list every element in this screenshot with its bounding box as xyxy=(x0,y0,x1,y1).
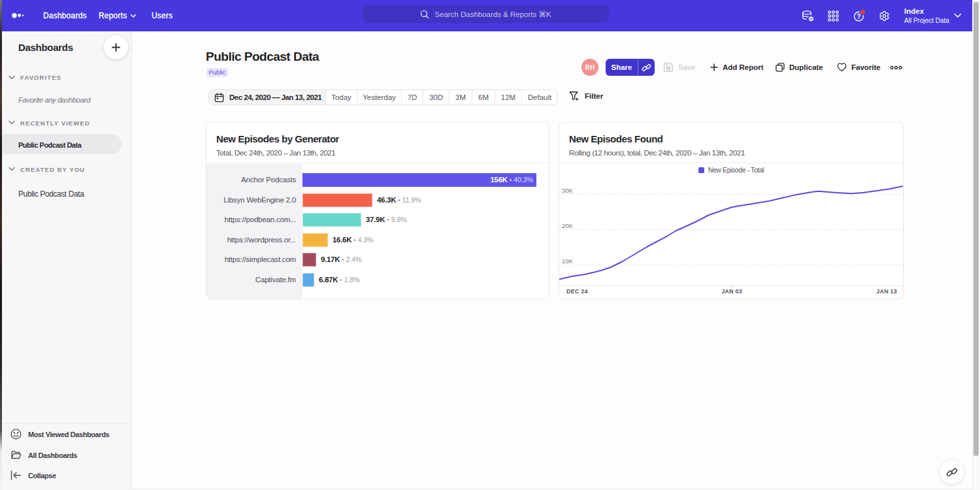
svg-text:?: ? xyxy=(857,13,860,20)
svg-text:10K: 10K xyxy=(562,257,574,265)
svg-text:JAN 13: JAN 13 xyxy=(876,288,897,295)
svg-text:DEC 24: DEC 24 xyxy=(566,288,588,295)
svg-text:20K: 20K xyxy=(562,222,574,229)
svg-text:30K: 30K xyxy=(562,187,574,194)
svg-text:JAN 03: JAN 03 xyxy=(721,288,742,295)
